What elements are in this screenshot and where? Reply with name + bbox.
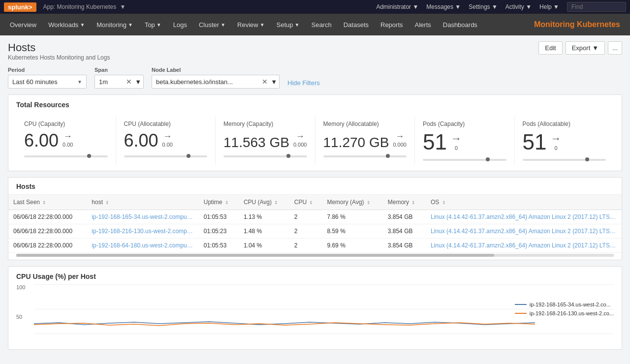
more-button[interactable]: ... (608, 41, 622, 55)
col-uptime[interactable]: Uptime ⇕ (199, 195, 239, 210)
page-title: Hosts (8, 41, 110, 54)
span-filter-group: Span 1m ✕ ▼ (94, 67, 144, 89)
hosts-section-title: Hosts (8, 178, 622, 195)
node-label-caret[interactable]: ▼ (271, 78, 277, 86)
col-os[interactable]: OS ⇕ (426, 195, 622, 210)
col-cpu-avg[interactable]: CPU (Avg) ⇕ (239, 195, 289, 210)
table-scrollbar[interactable] (16, 254, 614, 257)
nav-setup[interactable]: Setup ▼ (271, 14, 306, 35)
chart-y-labels: 100 50 (16, 284, 32, 343)
cell-memory: 3.854 GB (383, 239, 426, 253)
resource-cpu-allocatable: CPU (Allocatable) 6.00 → 0.00 (116, 117, 216, 165)
grid-line-bottom (34, 334, 614, 334)
col-host[interactable]: host ⇕ (87, 195, 198, 210)
col-memory[interactable]: Memory ⇕ (383, 195, 426, 210)
sparkline-cpu-capacity (24, 155, 108, 157)
span-caret[interactable]: ▼ (135, 78, 141, 86)
settings-menu[interactable]: Settings ▼ (469, 3, 498, 10)
hide-filters-link[interactable]: Hide Filters (287, 79, 320, 87)
nav-workloads[interactable]: Workloads ▼ (42, 14, 91, 35)
table-row: 06/06/18 22:28:00.000 ip-192-168-64-180.… (8, 239, 622, 253)
cell-host[interactable]: ip-192-168-216-130.us-west-2.compute.int… (87, 224, 198, 239)
col-last-seen[interactable]: Last Seen ⇕ (8, 195, 87, 210)
nav-review[interactable]: Review ▼ (231, 14, 271, 35)
sparkline-pods-capacity (423, 159, 506, 161)
cpu-chart-section: CPU Usage (%) per Host 100 50 ip-192-1 (8, 266, 622, 350)
chart-svg (34, 284, 535, 334)
nav-dashboards[interactable]: Dashboards (437, 14, 483, 35)
table-row: 06/06/18 22:28:00.000 ip-192-168-165-34.… (8, 210, 622, 224)
nav-overview[interactable]: Overview (4, 14, 42, 35)
page-actions: Edit Export ▼ ... (538, 41, 622, 55)
cell-os: Linux (4.14.42-61.37.amzn2.x86_64) Amazo… (426, 224, 622, 239)
sparkline-memory-capacity (223, 155, 307, 157)
period-select[interactable]: Last 60 minutes ▼ (8, 75, 87, 89)
node-label-input[interactable]: beta.kubernetes.io/instan... ✕ ▼ (152, 75, 280, 89)
cell-host[interactable]: ip-192-168-165-34.us-west-2.compute.inte… (87, 210, 198, 224)
span-clear[interactable]: ✕ (125, 78, 133, 86)
messages-menu[interactable]: Messages ▼ (426, 3, 461, 10)
legend-item-0: ip-192-168-165-34.us-west-2.co... (515, 302, 614, 307)
col-cpu[interactable]: CPU ⇕ (289, 195, 322, 210)
help-menu[interactable]: Help ▼ (539, 3, 559, 10)
page-content: Hosts Kubernetes Hosts Monitoring and Lo… (0, 35, 630, 356)
hosts-table: Last Seen ⇕ host ⇕ Uptime ⇕ CPU (Avg) ⇕ … (8, 195, 622, 253)
cell-memory-avg: 9.69 % (322, 239, 382, 253)
node-label-clear[interactable]: ✕ (261, 78, 269, 86)
find-input[interactable] (567, 2, 626, 12)
resource-pods-capacity: Pods (Capacity) 51 → 0 (415, 117, 515, 165)
cell-cpu: 2 (289, 210, 322, 224)
cell-cpu-avg: 1.13 % (239, 210, 289, 224)
cell-host[interactable]: ip-192-168-64-180.us-west-2.compute.inte… (87, 239, 198, 253)
legend-label-0: ip-192-168-165-34.us-west-2.co... (530, 302, 611, 307)
nav-search[interactable]: Search (305, 14, 337, 35)
page-header: Hosts Kubernetes Hosts Monitoring and Lo… (8, 41, 622, 61)
node-label-label: Node Label (152, 67, 280, 73)
chart-legend: ip-192-168-165-34.us-west-2.co... ip-192… (515, 284, 614, 334)
main-nav: Overview Workloads ▼ Monitoring ▼ Top ▼ … (0, 14, 630, 35)
cell-uptime: 01:05:23 (199, 224, 239, 239)
cell-last-seen: 06/06/18 22:28:00.000 (8, 239, 87, 253)
legend-label-1: ip-192-168-216-130.us-west-2.co... (530, 310, 614, 316)
cell-memory-avg: 8.59 % (322, 224, 382, 239)
edit-button[interactable]: Edit (538, 41, 562, 55)
filters-row: Period Last 60 minutes ▼ Span 1m ✕ ▼ Nod… (8, 67, 622, 89)
top-nav-right: Administrator ▼ Messages ▼ Settings ▼ Ac… (376, 2, 626, 12)
legend-line-0 (515, 304, 527, 305)
activity-menu[interactable]: Activity ▼ (505, 3, 532, 10)
cell-memory: 3.854 GB (383, 224, 426, 239)
span-label: Span (94, 67, 144, 73)
hosts-section: Hosts Last Seen ⇕ host ⇕ Uptime ⇕ CPU (A… (8, 177, 622, 260)
page-title-area: Hosts Kubernetes Hosts Monitoring and Lo… (8, 41, 110, 61)
app-name: App: Monitoring Kubernetes ▼ (41, 3, 377, 10)
total-resources-title: Total Resources (16, 101, 614, 109)
nav-alerts[interactable]: Alerts (409, 14, 437, 35)
resource-memory-allocatable: Memory (Allocatable) 11.270 GB → 0.000 (315, 117, 415, 165)
cell-memory-avg: 7.86 % (322, 210, 382, 224)
nav-cluster[interactable]: Cluster ▼ (193, 14, 231, 35)
cell-cpu: 2 (289, 224, 322, 239)
hosts-table-scroll[interactable]: Last Seen ⇕ host ⇕ Uptime ⇕ CPU (Avg) ⇕ … (8, 195, 622, 253)
node-label-filter-group: Node Label beta.kubernetes.io/instan... … (152, 67, 280, 89)
nav-logs[interactable]: Logs (167, 14, 193, 35)
period-filter-group: Period Last 60 minutes ▼ (8, 67, 87, 89)
cell-uptime: 01:05:53 (199, 239, 239, 253)
total-resources-card: Total Resources CPU (Capacity) 6.00 → 0.… (8, 94, 622, 171)
nav-top[interactable]: Top ▼ (139, 14, 167, 35)
splunk-logo[interactable]: splunk> (4, 2, 36, 12)
nav-monitoring[interactable]: Monitoring ▼ (91, 14, 139, 35)
sparkline-cpu-allocatable (124, 155, 208, 157)
span-input[interactable]: 1m ✕ ▼ (94, 75, 144, 89)
nav-reports[interactable]: Reports (375, 14, 409, 35)
resources-grid: CPU (Capacity) 6.00 → 0.00 CPU (Allocata… (16, 117, 614, 165)
nav-datasets[interactable]: Datasets (338, 14, 375, 35)
table-header-row: Last Seen ⇕ host ⇕ Uptime ⇕ CPU (Avg) ⇕ … (8, 195, 622, 210)
top-nav: splunk> App: Monitoring Kubernetes ▼ Adm… (0, 0, 630, 14)
col-memory-avg[interactable]: Memory (Avg) ⇕ (322, 195, 382, 210)
scroll-thumb (16, 254, 494, 257)
export-button[interactable]: Export ▼ (566, 41, 605, 55)
admin-menu[interactable]: Administrator ▼ (376, 3, 418, 10)
resource-memory-capacity: Memory (Capacity) 11.563 GB → 0.000 (216, 117, 315, 165)
resource-cpu-capacity: CPU (Capacity) 6.00 → 0.00 (16, 117, 116, 165)
cell-os: Linux (4.14.42-61.37.amzn2.x86_64) Amazo… (426, 239, 622, 253)
